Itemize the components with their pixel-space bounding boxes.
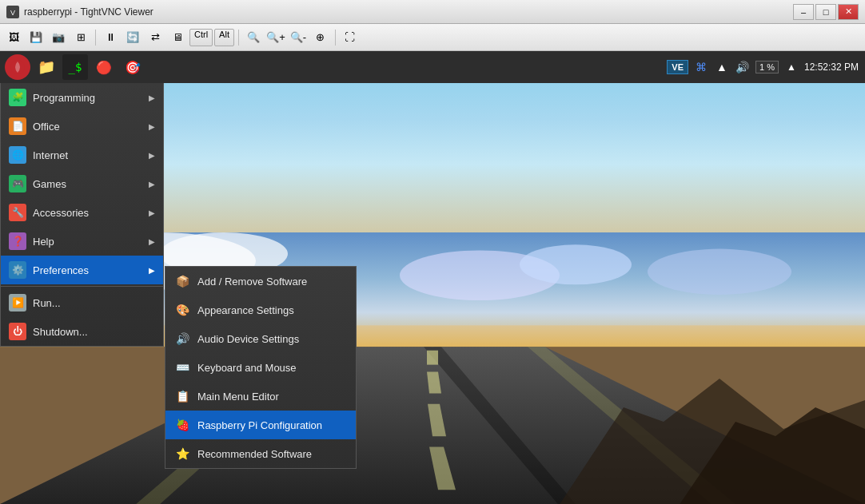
- menu-item-run[interactable]: ▶️ Run...: [1, 288, 163, 317]
- recommended-software-icon: ⭐: [173, 445, 191, 462]
- arrow-accessories: ▶: [149, 208, 155, 217]
- keyboard-and-mouse-icon: ⌨️: [173, 359, 191, 376]
- menu-label-games: Games: [33, 178, 142, 190]
- up-arrow-icon: ▲: [783, 59, 799, 75]
- minimize-button[interactable]: –: [793, 4, 814, 20]
- submenu-item-add-remove-software[interactable]: 📦 Add / Remove Software: [165, 267, 356, 296]
- menu-label-internet: Internet: [33, 149, 142, 161]
- submenu-label-main-menu-editor: Main Menu Editor: [197, 391, 279, 403]
- menu-label-shutdown: Shutdown...: [33, 326, 155, 338]
- games-icon: 🎮: [9, 175, 26, 192]
- internet-icon: 🌐: [9, 146, 26, 164]
- add-remove-software-icon: 📦: [173, 272, 191, 290]
- title-bar-left: V raspberrypi - TightVNC Viewer: [6, 6, 153, 18]
- toolbar-icon-2[interactable]: 💾: [26, 27, 46, 48]
- help-icon: ❓: [9, 232, 26, 250]
- main-menu-editor-icon: 📋: [173, 387, 191, 405]
- battery-display: 1 %: [755, 61, 779, 73]
- raspberry-pi-button[interactable]: [5, 54, 30, 80]
- run-icon: ▶️: [9, 294, 26, 312]
- wifi-icon: ▲: [714, 59, 730, 75]
- toolbar-pause[interactable]: ⏸: [100, 27, 121, 48]
- submenu-item-keyboard-and-mouse[interactable]: ⌨️ Keyboard and Mouse: [165, 353, 356, 382]
- submenu-label-add-remove-software: Add / Remove Software: [197, 276, 307, 288]
- svg-text:V: V: [10, 9, 15, 17]
- toolbar-search[interactable]: 🔍: [243, 27, 264, 48]
- toolbar-icon-3[interactable]: 📷: [48, 27, 69, 48]
- menu-label-programming: Programming: [33, 92, 142, 104]
- taskbar-left: 📁 _$ 🔴 🎯: [0, 54, 150, 80]
- menu-item-games[interactable]: 🎮 Games ▶: [1, 169, 163, 198]
- menu-item-accessories[interactable]: 🔧 Accessories ▶: [1, 198, 163, 227]
- taskmanager-button[interactable]: 🔴: [91, 54, 117, 80]
- submenu-item-audio-device-settings[interactable]: 🔊 Audio Device Settings: [165, 324, 356, 353]
- alt-button[interactable]: Alt: [214, 29, 234, 46]
- preferences-submenu: 📦 Add / Remove Software 🎨 Appearance Set…: [165, 266, 357, 469]
- arrow-internet: ▶: [149, 151, 155, 160]
- file-manager-button[interactable]: 📁: [34, 54, 59, 80]
- menu-item-shutdown[interactable]: ⏻ Shutdown...: [1, 317, 163, 346]
- raspberry-pi-configuration-icon: 🍓: [173, 416, 191, 434]
- submenu-item-recommended-software[interactable]: ⭐ Recommended Software: [165, 439, 356, 468]
- menu-item-programming[interactable]: 🧩 Programming ▶: [1, 83, 163, 112]
- extra-button[interactable]: 🎯: [120, 54, 145, 80]
- toolbar-icon-4[interactable]: ⊞: [70, 27, 91, 48]
- menu-item-help[interactable]: ❓ Help ▶: [1, 227, 163, 256]
- app-icon: V: [6, 6, 19, 18]
- restore-button[interactable]: □: [815, 4, 836, 20]
- submenu-item-main-menu-editor[interactable]: 📋 Main Menu Editor: [165, 382, 356, 411]
- vnc-taskbar: 📁 _$ 🔴 🎯 VE ⌘ ▲ 🔊 1 % ▲ 12:52:32 PM: [0, 51, 865, 83]
- audio-icon: 🔊: [735, 59, 751, 75]
- terminal-button[interactable]: _$: [62, 54, 88, 80]
- arrow-preferences: ▶: [149, 266, 155, 275]
- toolbar-icon-1[interactable]: 🖼: [3, 27, 24, 48]
- bluetooth-icon: ⌘: [693, 59, 709, 75]
- submenu-item-raspberry-pi-configuration[interactable]: 🍓 Raspberry Pi Configuration: [165, 411, 356, 439]
- shutdown-icon: ⏻: [9, 323, 26, 340]
- toolbar-sep-1: [95, 30, 96, 46]
- menu-item-preferences[interactable]: ⚙️ Preferences ▶: [1, 256, 163, 284]
- zoom-in-button[interactable]: 🔍+: [265, 27, 286, 48]
- toolbar-sep-3: [335, 30, 336, 46]
- menu-label-accessories: Accessories: [33, 207, 142, 219]
- window-controls[interactable]: – □ ✕: [793, 4, 859, 20]
- vnc-content: 📁 _$ 🔴 🎯 VE ⌘ ▲ 🔊 1 % ▲ 12:52:32 PM: [0, 51, 865, 504]
- preferences-icon: ⚙️: [9, 261, 26, 279]
- arrow-office: ▶: [149, 122, 155, 131]
- close-button[interactable]: ✕: [838, 4, 859, 20]
- toolbar-icon-5[interactable]: ⇄: [145, 27, 165, 48]
- office-icon: 📄: [9, 117, 26, 135]
- appearance-settings-icon: 🎨: [173, 301, 191, 319]
- toolbar: 🖼 💾 📷 ⊞ ⏸ 🔄 ⇄ 🖥 Ctrl Alt 🔍 🔍+ 🔍- ⊕ ⛶: [0, 24, 865, 51]
- toolbar-fullscreen[interactable]: ⛶: [340, 27, 361, 48]
- programming-icon: 🧩: [9, 89, 26, 106]
- submenu-label-raspberry-pi-configuration: Raspberry Pi Configuration: [197, 419, 322, 431]
- zoom-out-button[interactable]: 🔍-: [288, 27, 309, 48]
- toolbar-refresh[interactable]: 🔄: [122, 27, 143, 48]
- toolbar-sep-2: [238, 30, 239, 46]
- menu-item-internet[interactable]: 🌐 Internet ▶: [1, 141, 163, 169]
- title-bar: V raspberrypi - TightVNC Viewer – □ ✕: [0, 0, 865, 24]
- submenu-item-appearance-settings[interactable]: 🎨 Appearance Settings: [165, 296, 356, 324]
- submenu-label-appearance-settings: Appearance Settings: [197, 304, 294, 316]
- arrow-programming: ▶: [149, 93, 155, 102]
- menu-label-help: Help: [33, 236, 142, 248]
- menu-label-preferences: Preferences: [33, 264, 142, 276]
- menu-label-office: Office: [33, 121, 142, 133]
- menu-item-office[interactable]: 📄 Office ▶: [1, 112, 163, 141]
- audio-device-settings-icon: 🔊: [173, 330, 191, 347]
- zoom-fit-button[interactable]: ⊕: [310, 27, 331, 48]
- taskbar-right: VE ⌘ ▲ 🔊 1 % ▲ 12:52:32 PM: [660, 59, 865, 75]
- time-display: 12:52:32 PM: [804, 62, 859, 73]
- ve-badge: VE: [667, 60, 688, 74]
- toolbar-icon-6[interactable]: 🖥: [167, 27, 188, 48]
- start-menu: 🧩 Programming ▶ 📄 Office ▶ 🌐 Internet ▶ …: [0, 83, 164, 347]
- ctrl-button[interactable]: Ctrl: [189, 29, 213, 46]
- arrow-games: ▶: [149, 180, 155, 189]
- arrow-help: ▶: [149, 237, 155, 246]
- menu-label-run: Run...: [33, 297, 155, 309]
- submenu-label-recommended-software: Recommended Software: [197, 448, 312, 460]
- submenu-label-audio-device-settings: Audio Device Settings: [197, 333, 299, 345]
- window-title: raspberrypi - TightVNC Viewer: [24, 6, 153, 18]
- accessories-icon: 🔧: [9, 204, 26, 221]
